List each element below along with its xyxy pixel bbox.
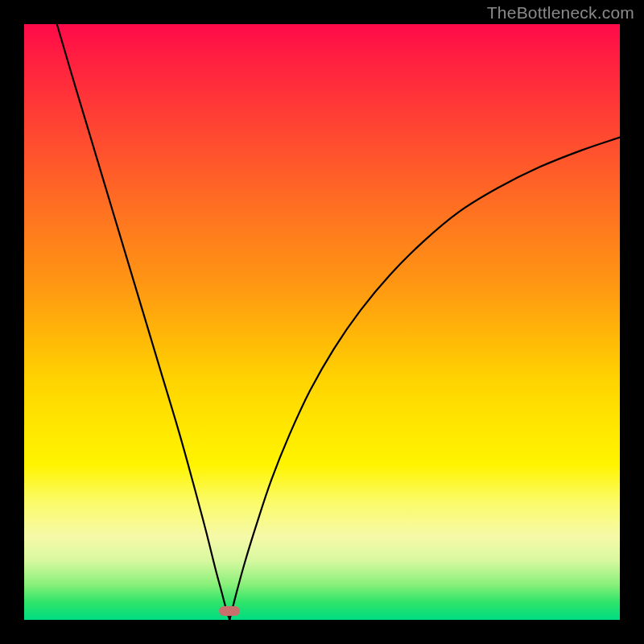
curve-right-branch — [229, 138, 620, 620]
curve-left-branch — [57, 24, 230, 620]
chart-frame: TheBottleneck.com — [0, 0, 644, 644]
chart-curve-svg — [24, 24, 620, 620]
bottleneck-marker — [219, 606, 240, 616]
watermark-text: TheBottleneck.com — [487, 3, 634, 23]
chart-gradient-area — [24, 24, 620, 620]
